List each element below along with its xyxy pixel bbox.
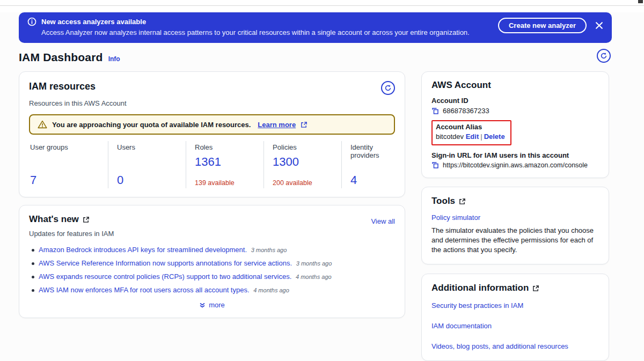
- user-groups-count[interactable]: 7: [30, 173, 36, 187]
- security-best-practices-link[interactable]: Security best practices in IAM: [431, 301, 599, 310]
- external-link-icon: [459, 198, 466, 205]
- users-count[interactable]: 0: [117, 173, 123, 187]
- account-alias-label: Account Alias: [436, 123, 505, 131]
- info-link[interactable]: Info: [108, 55, 120, 63]
- account-alias-value: bitcotdev: [436, 132, 464, 141]
- external-link-icon: [532, 285, 539, 292]
- iam-dashboard-page: New access analyzers available Access An…: [0, 12, 644, 361]
- signin-url-label: Sign-in URL for IAM users in this accoun…: [431, 151, 599, 159]
- account-id-label: Account ID: [431, 97, 599, 105]
- whats-new-link[interactable]: AWS expands resource control policies (R…: [39, 272, 291, 281]
- quota-warning-text: You are approaching your quota of availa…: [52, 121, 251, 129]
- edit-alias-link[interactable]: Edit: [466, 132, 479, 141]
- iam-resources-subtitle: Resources in this AWS Account: [29, 99, 395, 107]
- copy-icon[interactable]: [431, 161, 439, 169]
- info-circle-icon: [27, 17, 36, 26]
- iam-documentation-link[interactable]: IAM documentation: [431, 321, 599, 330]
- corner-mark: [638, 0, 643, 3]
- warning-triangle-icon: [38, 120, 47, 129]
- iam-resources-card: IAM resources Resources in this AWS Acco…: [19, 71, 405, 197]
- policy-simulator-link[interactable]: Policy simulator: [431, 213, 599, 222]
- whats-new-link[interactable]: AWS IAM now enforces MFA for root users …: [39, 286, 250, 294]
- identity-providers-count[interactable]: 4: [350, 173, 357, 187]
- aws-account-title: AWS Account: [431, 80, 491, 91]
- policy-simulator-description: The simulator evaluates the policies tha…: [431, 226, 599, 255]
- stat-user-groups: User groups 7: [29, 141, 108, 188]
- resources-refresh-icon[interactable]: [381, 81, 395, 95]
- iam-resources-title: IAM resources: [29, 81, 96, 92]
- view-all-link[interactable]: View all: [371, 217, 395, 225]
- list-item: AWS IAM now enforces MFA for root users …: [29, 286, 395, 294]
- copy-icon[interactable]: [431, 107, 439, 115]
- close-icon[interactable]: [595, 21, 603, 30]
- delete-alias-link[interactable]: Delete: [484, 132, 505, 141]
- tools-title: Tools: [431, 196, 455, 207]
- learn-more-link[interactable]: Learn more: [258, 121, 296, 129]
- roles-available: 139 available: [195, 179, 235, 187]
- aws-account-card: AWS Account Account ID 686878367233 Acco…: [421, 71, 609, 178]
- signin-url-value: https://bitcotdev.signin.aws.amazon.com/…: [443, 161, 588, 169]
- account-id-value: 686878367233: [443, 107, 489, 115]
- external-link-icon: [83, 216, 90, 223]
- policies-count[interactable]: 1300: [273, 155, 299, 168]
- banner-title: New access analyzers available: [41, 18, 146, 26]
- whats-new-list: Amazon Bedrock introduces API keys for s…: [29, 246, 395, 294]
- iam-resources-stats: User groups 7 Users 0 Roles 1361 139 ava…: [29, 141, 395, 188]
- videos-blog-posts-link[interactable]: Videos, blog posts, and additional resou…: [431, 342, 599, 351]
- stat-roles: Roles 1361 139 available: [186, 141, 264, 188]
- page-header: IAM Dashboard Info: [19, 51, 612, 64]
- page-title: IAM Dashboard: [19, 51, 103, 64]
- double-chevron-down-icon: [199, 302, 206, 308]
- flash-banner: New access analyzers available Access An…: [19, 12, 612, 43]
- whats-new-link[interactable]: Amazon Bedrock introduces API keys for s…: [39, 246, 247, 254]
- page-refresh-icon[interactable]: [597, 49, 611, 63]
- policies-available: 200 available: [273, 179, 312, 187]
- quota-warning-banner: You are approaching your quota of availa…: [29, 114, 395, 135]
- more-toggle[interactable]: more: [199, 301, 225, 309]
- top-strip: [0, 0, 644, 6]
- additional-information-card: Additional information Security best pra…: [421, 274, 609, 361]
- whats-new-card: What's new View all Updates for features…: [19, 205, 405, 318]
- create-new-analyzer-button[interactable]: Create new analyzer: [498, 18, 587, 33]
- stat-policies: Policies 1300 200 available: [264, 141, 341, 188]
- external-link-icon[interactable]: [301, 121, 308, 128]
- roles-count[interactable]: 1361: [195, 155, 221, 168]
- whats-new-subtitle: Updates for features in IAM: [29, 230, 395, 238]
- annotation-box: Account Alias bitcotdev Edit|Delete: [431, 120, 511, 145]
- list-item: AWS expands resource control policies (R…: [29, 272, 395, 281]
- stat-users: Users 0: [108, 141, 186, 188]
- whats-new-title: What's new: [29, 214, 79, 225]
- list-item: Amazon Bedrock introduces API keys for s…: [29, 246, 395, 254]
- list-item: AWS Service Reference Information now su…: [29, 259, 395, 268]
- stat-identity-providers: Identity providers 4: [341, 141, 395, 188]
- tools-card: Tools Policy simulator The simulator eva…: [421, 187, 609, 264]
- additional-information-title: Additional information: [431, 283, 529, 293]
- whats-new-link[interactable]: AWS Service Reference Information now su…: [39, 259, 292, 267]
- banner-description: Access Analyzer now analyzes internal ac…: [41, 28, 521, 36]
